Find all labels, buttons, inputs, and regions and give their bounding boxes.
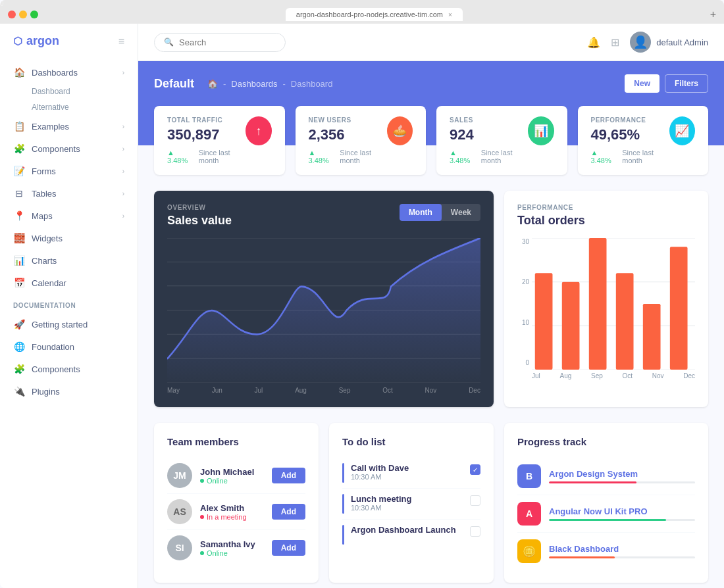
add-samantha-button[interactable]: Add <box>272 540 305 556</box>
progress-name-argon[interactable]: Argon Design System <box>549 469 695 479</box>
sidebar-item-dashboards[interactable]: 🏠 Dashboards › <box>0 61 138 84</box>
sidebar-sub-dashboard[interactable]: Dashboard <box>0 84 138 99</box>
progress-fill-black <box>549 556 615 558</box>
new-tab-button[interactable]: + <box>710 9 716 20</box>
progress-item-black: 🪙 Black Dashboard <box>517 533 695 570</box>
sidebar-item-tables[interactable]: ⊟ Tables › <box>0 182 138 205</box>
users-icon: 🥧 <box>387 116 413 145</box>
maximize-button[interactable] <box>30 11 38 18</box>
progress-item-angular: A Angular Now UI Kit PRO <box>517 495 695 533</box>
sidebar-item-maps[interactable]: 📍 Maps › <box>0 205 138 227</box>
member-name-samantha: Samantha Ivy <box>200 539 272 549</box>
sidebar-item-getting-started[interactable]: 🚀 Getting started <box>0 313 138 335</box>
filters-button[interactable]: Filters <box>665 74 708 93</box>
progress-name-black[interactable]: Black Dashboard <box>549 544 695 554</box>
user-area[interactable]: 👤 default Admin <box>630 32 708 53</box>
todo-item-launch: Argon Dashboard Launch <box>342 520 480 550</box>
grid-icon[interactable]: ⊞ <box>611 36 619 49</box>
stat-change-users: ▲ 3.48% Since last month <box>309 149 387 164</box>
progress-bar-angular <box>549 519 695 521</box>
sidebar-item-plugins[interactable]: 🔌 Plugins <box>0 380 138 403</box>
sidebar-item-components[interactable]: 🧩 Components › <box>0 137 138 160</box>
sidebar-sub-alternative[interactable]: Alternative <box>0 99 138 115</box>
notifications-icon[interactable]: 🔔 <box>587 36 600 49</box>
progress-item-argon: B Argon Design System <box>517 458 695 495</box>
orders-title: Total orders <box>517 214 695 228</box>
status-dot-online-si <box>200 551 204 555</box>
todo-checkbox-launch[interactable] <box>470 526 480 537</box>
svg-rect-15 <box>643 304 661 370</box>
hamburger-icon[interactable]: ≡ <box>118 36 124 47</box>
stat-label-users: NEW USERS <box>309 116 387 124</box>
sidebar-logo: ⬡ argon ≡ <box>0 34 138 61</box>
chevron-right-icon-components: › <box>122 145 124 153</box>
progress-name-angular[interactable]: Angular Now UI Kit PRO <box>549 506 695 516</box>
tab-bar: argon-dashboard-pro-nodejs.creative-tim.… <box>43 8 705 21</box>
toggle-week-button[interactable]: Week <box>442 204 480 221</box>
todo-checkbox-call[interactable]: ✓ <box>470 464 480 475</box>
team-card-title: Team members <box>167 436 305 447</box>
forms-icon: 📝 <box>13 165 25 177</box>
tab-close-icon[interactable]: × <box>448 11 452 18</box>
todo-title-lunch: Lunch meeting <box>351 494 463 504</box>
svg-rect-13 <box>589 238 607 370</box>
search-input[interactable] <box>179 37 276 47</box>
new-button[interactable]: New <box>625 74 659 93</box>
orders-perf-label: PERFORMANCE <box>517 204 695 211</box>
stat-card-traffic: TOTAL TRAFFIC 350,897 ▲ 3.48% Since last… <box>154 106 285 175</box>
components-doc-icon: 🧩 <box>13 363 25 375</box>
widgets-icon: 🧱 <box>13 232 25 244</box>
foundation-icon: 🌐 <box>13 341 25 353</box>
progress-fill-argon <box>549 481 636 483</box>
sidebar-item-charts[interactable]: 📊 Charts <box>0 249 138 272</box>
sidebar-item-label-charts: Charts <box>32 256 57 266</box>
sidebar-item-forms[interactable]: 📝 Forms › <box>0 160 138 182</box>
todo-time-call: 10:30 AM <box>351 473 463 481</box>
sidebar-item-widgets[interactable]: 🧱 Widgets <box>0 227 138 249</box>
calendar-icon: 📅 <box>13 277 25 289</box>
charts-icon: 📊 <box>13 255 25 266</box>
browser-chrome: argon-dashboard-pro-nodejs.creative-tim.… <box>0 0 724 24</box>
sidebar-item-label-calendar: Calendar <box>32 278 66 288</box>
sidebar-item-components-doc[interactable]: 🧩 Components <box>0 358 138 380</box>
sidebar-item-foundation[interactable]: 🌐 Foundation <box>0 335 138 358</box>
todo-stripe-launch <box>342 525 344 545</box>
page-header-actions: New Filters <box>625 74 708 93</box>
todo-stripe-lunch <box>342 494 344 514</box>
stat-card-users: NEW USERS 2,356 ▲ 3.48% Since last month… <box>296 106 427 175</box>
stat-card-performance: PERFORMANCE 49,65% ▲ 3.48% Since last mo… <box>578 106 709 175</box>
stat-value-traffic: 350,897 <box>167 126 246 143</box>
stat-change-performance: ▲ 3.48% Since last month <box>591 149 669 164</box>
search-bar[interactable]: 🔍 <box>154 33 286 52</box>
add-john-button[interactable]: Add <box>272 468 305 483</box>
minimize-button[interactable] <box>19 11 27 18</box>
page-title: Default <box>154 77 194 91</box>
toggle-month-button[interactable]: Month <box>400 204 442 221</box>
add-alex-button[interactable]: Add <box>272 504 305 520</box>
chevron-right-icon-maps: › <box>122 212 124 220</box>
home-icon: 🏠 <box>207 79 218 89</box>
breadcrumb: Default 🏠 - Dashboards - Dashboard <box>154 77 332 91</box>
stat-change-traffic: ▲ 3.48% Since last month <box>167 149 246 164</box>
progress-card-title: Progress track <box>517 436 695 447</box>
todo-time-lunch: 10:30 AM <box>351 504 463 512</box>
stat-label-performance: PERFORMANCE <box>591 116 669 124</box>
examples-icon: 📋 <box>13 120 25 132</box>
sidebar-item-calendar[interactable]: 📅 Calendar <box>0 272 138 294</box>
performance-icon: 📈 <box>669 116 695 145</box>
chart-toggle: Month Week <box>400 204 480 221</box>
search-icon: 🔍 <box>164 37 174 47</box>
breadcrumb-dashboards[interactable]: Dashboards <box>231 79 277 89</box>
team-member-alex: AS Alex Smith In a meeting Add <box>167 494 305 530</box>
todo-checkbox-lunch[interactable] <box>470 495 480 506</box>
progress-fill-angular <box>549 519 666 521</box>
progress-bar-argon <box>549 481 695 483</box>
browser-tab[interactable]: argon-dashboard-pro-nodejs.creative-tim.… <box>286 8 463 21</box>
svg-rect-14 <box>616 273 634 370</box>
sidebar-item-label-widgets: Widgets <box>32 233 63 243</box>
sidebar-item-label-tables: Tables <box>32 189 57 199</box>
member-status-john: Online <box>200 477 272 485</box>
close-button[interactable] <box>8 11 16 18</box>
sidebar-item-examples[interactable]: 📋 Examples › <box>0 115 138 137</box>
team-member-samantha: SI Samantha Ivy Online Add <box>167 530 305 566</box>
